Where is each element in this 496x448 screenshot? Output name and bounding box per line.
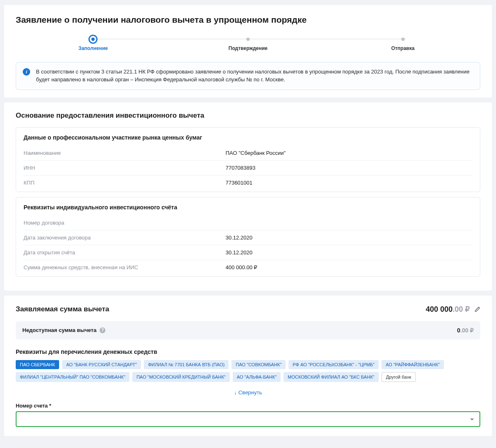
step-send: Отправка [325, 35, 480, 51]
table-row: Наименование ПАО "Сбербанк России" [24, 146, 472, 161]
bank-chip-other[interactable]: Другой банк [382, 372, 416, 382]
help-icon[interactable]: ? [100, 327, 105, 333]
basis-section: Основание предоставления инвестиционного… [4, 102, 492, 291]
kv-val: 400 000.00 ₽ [226, 264, 472, 270]
claimed-amount-row: Заявляемая сумма вычета 400 000.00 ₽ [16, 305, 480, 314]
kv-key: КПП [24, 180, 226, 186]
claimed-amount: 400 000.00 ₽ [426, 305, 470, 314]
kv-val: 30.12.2020 [226, 235, 472, 241]
header-card: Заявление о получении налогового вычета … [4, 5, 492, 97]
table-row: Дата открытия счёта 30.12.2020 [24, 245, 472, 260]
bank-chip[interactable]: ПАО "МОСКОВСКИЙ КРЕДИТНЫЙ БАНК" [132, 372, 230, 382]
step-dot [401, 38, 405, 41]
info-icon: i [23, 68, 30, 76]
arrow-down-icon: ↓ [234, 389, 237, 396]
bank-chip[interactable]: АО "БАНК РУССКИЙ СТАНДАРТ" [62, 360, 141, 369]
kv-key: Сумма денежных средств, внесенная на ИИС [24, 264, 226, 270]
unavailable-label: Недоступная сумма вычета [22, 327, 96, 333]
bank-chip[interactable]: ФИЛИАЛ № 7701 БАНКА ВТБ (ПАО) [144, 360, 229, 369]
table-row: ИНН 7707083893 [24, 161, 472, 175]
table-row: Сумма денежных средств, внесенная на ИИС… [24, 260, 472, 275]
kv-val [226, 220, 472, 226]
bank-chip[interactable]: ФИЛИАЛ "ЦЕНТРАЛЬНЫЙ" ПАО "СОВКОМБАНК" [16, 372, 129, 382]
transfer-title: Реквизиты для перечисления денежных сред… [16, 348, 480, 355]
account-label: Номер счета * [16, 403, 480, 409]
table-row: КПП 773601001 [24, 175, 472, 190]
kv-val: 7707083893 [226, 165, 472, 171]
table-row: Дата заключения договора 30.12.2020 [24, 230, 472, 245]
table-row: Номер договора [24, 216, 472, 230]
claimed-title: Заявляемая сумма вычета [16, 305, 109, 313]
kv-val: 773601001 [226, 180, 472, 186]
bank-chip[interactable]: ПАО "СОВКОМБАНК" [231, 360, 286, 369]
step-confirm: Подтверждение [171, 35, 326, 51]
step-dot-active [88, 35, 98, 44]
kv-key: Номер договора [24, 220, 226, 226]
bank-chip[interactable]: АО "РАЙФФАЙЗЕНБАНК" [382, 360, 444, 369]
unavailable-box: Недоступная сумма вычета ? 0.00 ₽ [16, 321, 480, 339]
step-label: Подтверждение [229, 45, 267, 51]
step-dot [246, 38, 250, 41]
bank-chips: ПАО СБЕРБАНК АО "БАНК РУССКИЙ СТАНДАРТ" … [16, 360, 480, 382]
page-title: Заявление о получении налогового вычета … [16, 15, 480, 25]
bank-chip[interactable]: МОСКОВСКИЙ ФИЛИАЛ АО "БКС БАНК" [284, 372, 379, 382]
stepper: Заполнение Подтверждение Отправка [16, 35, 480, 51]
kv-key: Дата заключения договора [24, 235, 226, 241]
broker-box-title: Данные о профессиональном участнике рынк… [24, 134, 472, 141]
chevron-down-icon [470, 417, 475, 422]
claimed-section: Заявляемая сумма вычета 400 000.00 ₽ Нед… [4, 296, 492, 436]
broker-box: Данные о профессиональном участнике рынк… [16, 127, 480, 192]
bank-chip[interactable]: АО "АЛЬФА-БАНК" [233, 372, 281, 382]
edit-icon[interactable] [475, 306, 480, 312]
kv-key: Наименование [24, 150, 226, 156]
bank-chip[interactable]: РФ АО "РОССЕЛЬХОЗБАНК" - "ЦРМБ" [289, 360, 379, 369]
iis-box: Реквизиты индивидуального инвестиционног… [16, 197, 480, 277]
step-label: Отправка [391, 45, 415, 51]
unavailable-amount: 0.00 ₽ [457, 327, 474, 334]
bank-chip[interactable]: ПАО СБЕРБАНК [16, 360, 59, 369]
step-label: Заполнение [79, 45, 108, 51]
account-select[interactable] [16, 411, 480, 427]
collapse-button[interactable]: ↓Свернуть [16, 386, 480, 403]
kv-val: 30.12.2020 [226, 249, 472, 256]
info-box: i В соответствии с пунктом 3 статьи 221.… [16, 62, 480, 90]
kv-val: ПАО "Сбербанк России" [226, 150, 472, 156]
kv-key: ИНН [24, 165, 226, 171]
iis-box-title: Реквизиты индивидуального инвестиционног… [24, 204, 472, 211]
basis-title: Основание предоставления инвестиционного… [16, 111, 480, 120]
info-text: В соответствии с пунктом 3 статьи 221.1 … [36, 68, 473, 84]
kv-key: Дата открытия счёта [24, 249, 226, 256]
step-fill: Заполнение [16, 35, 171, 51]
